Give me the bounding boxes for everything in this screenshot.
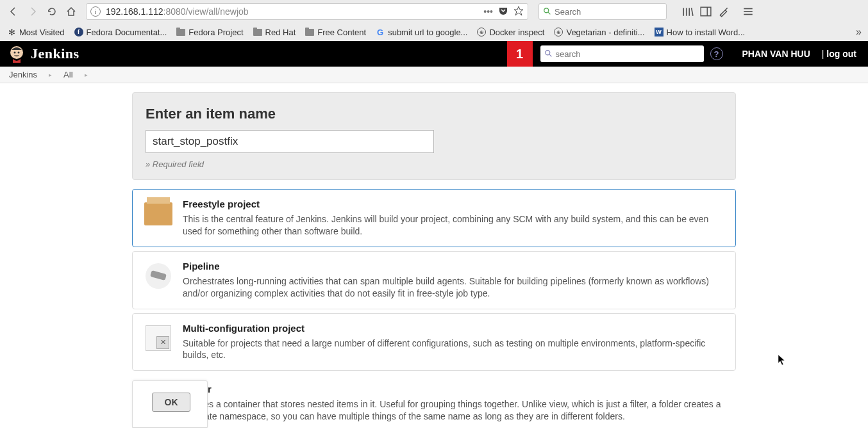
job-type-desc: Orchestrates long-running activities tha… <box>183 275 725 300</box>
bookmark-label: How to install Word... <box>667 28 746 37</box>
multi-config-icon <box>143 323 174 354</box>
library-icon[interactable] <box>682 6 694 17</box>
word-icon: W <box>654 27 664 37</box>
job-type-multi-config[interactable]: Multi-configuration project Suitable for… <box>132 313 736 371</box>
breadcrumb-jenkins[interactable]: Jenkins <box>9 70 37 79</box>
ok-button[interactable]: OK <box>152 393 190 412</box>
jenkins-search-box[interactable] <box>540 45 704 62</box>
bookmarks-overflow-icon[interactable]: » <box>856 26 862 38</box>
search-icon <box>543 7 552 16</box>
page-action-icon[interactable]: ••• <box>483 6 493 17</box>
bookmark-label: Vegetarian - definiti... <box>566 28 644 37</box>
bookmark-label: Red Hat <box>265 28 296 37</box>
menu-icon[interactable] <box>742 6 754 17</box>
bookmark-star-icon[interactable] <box>513 6 524 18</box>
job-type-title: Multi-configuration project <box>183 323 725 334</box>
url-text: 192.168.1.112:8080/view/all/newjob <box>106 6 483 17</box>
jenkins-search-input[interactable] <box>556 49 700 59</box>
job-type-title: Freestyle project <box>183 199 725 209</box>
svg-point-0 <box>544 8 549 13</box>
job-type-title: Pipeline <box>183 261 725 272</box>
home-button[interactable] <box>63 3 79 20</box>
job-type-desc: Creates a container that stores nested i… <box>182 398 726 423</box>
help-icon[interactable]: ? <box>710 47 723 60</box>
jenkins-title: Jenkins <box>31 45 79 62</box>
browser-search-input[interactable] <box>555 7 662 17</box>
notification-badge[interactable]: 1 <box>507 41 533 67</box>
svg-line-11 <box>549 54 551 57</box>
google-icon: G <box>375 27 385 37</box>
fedora-icon: f <box>74 27 84 37</box>
logout-link[interactable]: log out <box>822 49 856 59</box>
site-info-icon[interactable]: i <box>90 6 101 17</box>
breadcrumb: Jenkins ▸ All ▸ <box>0 67 868 83</box>
bookmark-install-word[interactable]: W How to install Word... <box>654 27 746 37</box>
bookmark-label: Fedora Project <box>188 28 243 37</box>
job-type-title: Folder <box>182 384 726 394</box>
jenkins-header: Jenkins 1 ? PHAN VAN HUU log out <box>0 41 868 67</box>
job-type-list: Freestyle project This is the central fe… <box>132 189 736 431</box>
pocket-icon[interactable] <box>498 6 508 18</box>
user-name[interactable]: PHAN VAN HUU <box>742 49 810 59</box>
bookmark-vegetarian[interactable]: ⊕ Vegetarian - definiti... <box>553 27 644 37</box>
jenkins-logo[interactable]: Jenkins <box>0 44 86 64</box>
folder-icon <box>253 27 263 37</box>
freestyle-icon <box>143 199 174 229</box>
bookmark-fedora-doc[interactable]: f Fedora Documentat... <box>74 27 167 37</box>
job-type-freestyle[interactable]: Freestyle project This is the central fe… <box>132 189 736 247</box>
bookmark-google-submit[interactable]: G submit url to google... <box>375 27 467 37</box>
svg-point-9 <box>18 52 20 54</box>
jenkins-mascot-icon <box>6 44 27 64</box>
bookmark-redhat[interactable]: Red Hat <box>253 27 296 37</box>
svg-point-10 <box>545 51 549 55</box>
sidebar-icon[interactable] <box>700 6 712 17</box>
main-content: Enter an item name » Required field Free… <box>0 83 868 431</box>
reload-button[interactable] <box>44 3 60 20</box>
svg-line-1 <box>548 12 551 15</box>
pipeline-icon <box>143 261 174 291</box>
bookmark-label: Docker inspect <box>489 28 544 37</box>
globe-icon: ⊕ <box>476 27 487 37</box>
url-bar[interactable]: i 192.168.1.112:8080/view/all/newjob ••• <box>86 3 528 20</box>
bookmark-label: Fedora Documentat... <box>87 28 167 37</box>
submit-panel: OK <box>132 380 208 428</box>
browser-search-box[interactable] <box>538 3 667 20</box>
job-type-pipeline[interactable]: Pipeline Orchestrates long-running activ… <box>132 251 736 309</box>
bookmark-fedora-project[interactable]: Fedora Project <box>176 27 243 37</box>
job-type-folder[interactable]: Folder Creates a container that stores n… <box>132 375 736 431</box>
bookmark-label: Most Visited <box>19 28 65 37</box>
gear-icon: ✻ <box>6 27 17 37</box>
bookmarks-bar: ✻ Most Visited f Fedora Documentat... Fe… <box>0 23 868 41</box>
job-type-desc: This is the central feature of Jenkins. … <box>183 213 725 238</box>
item-name-panel: Enter an item name » Required field <box>132 92 736 180</box>
browser-toolbar: i 192.168.1.112:8080/view/all/newjob ••• <box>0 0 868 23</box>
svg-rect-2 <box>701 7 711 16</box>
breadcrumb-all[interactable]: All <box>63 70 72 79</box>
browser-chrome: i 192.168.1.112:8080/view/all/newjob ••• <box>0 0 868 41</box>
search-icon <box>544 49 553 58</box>
bookmark-docker-inspect[interactable]: ⊕ Docker inspect <box>476 27 544 37</box>
breadcrumb-separator-icon: ▸ <box>49 72 52 78</box>
bookmark-label: Free Content <box>317 28 366 37</box>
bookmark-free-content[interactable]: Free Content <box>305 27 366 37</box>
page-title: Enter an item name <box>146 106 722 122</box>
forward-button[interactable] <box>24 3 41 20</box>
svg-point-8 <box>14 52 16 54</box>
folder-icon <box>176 27 186 37</box>
folder-icon <box>305 27 315 37</box>
item-name-input[interactable] <box>146 130 434 153</box>
eyedropper-icon[interactable] <box>718 6 730 17</box>
back-button[interactable] <box>5 3 22 20</box>
globe-icon: ⊕ <box>553 27 563 37</box>
job-type-desc: Suitable for projects that need a large … <box>183 337 725 362</box>
bookmark-most-visited[interactable]: ✻ Most Visited <box>6 27 65 37</box>
bookmark-label: submit url to google... <box>388 28 467 37</box>
breadcrumb-separator-icon: ▸ <box>85 72 88 78</box>
required-field-note: » Required field <box>146 159 722 169</box>
